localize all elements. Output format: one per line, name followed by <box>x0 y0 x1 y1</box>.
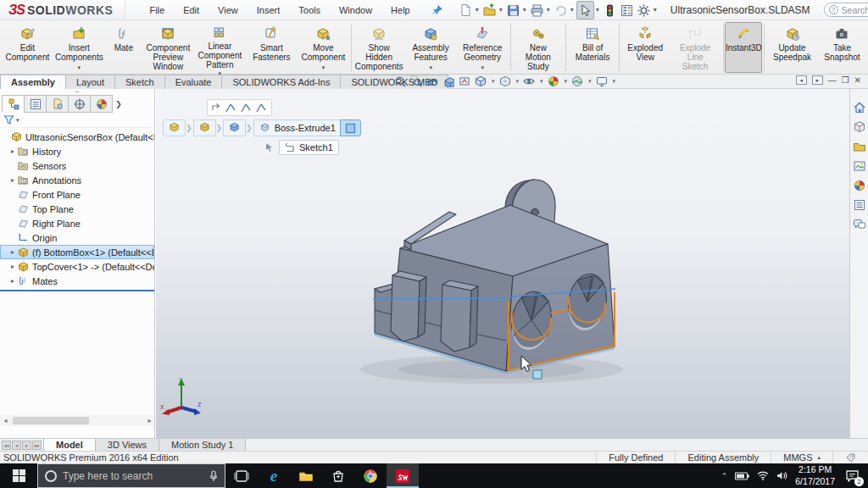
tree-item-mates[interactable]: ▸Mates <box>0 274 154 288</box>
view-orientation-icon[interactable] <box>475 75 487 87</box>
menu-view[interactable]: View <box>209 3 247 18</box>
volume-icon[interactable] <box>776 471 787 480</box>
ribbon-button-instant3d[interactable]: Instant3D <box>725 22 762 73</box>
design-library-icon[interactable] <box>852 120 866 134</box>
tree-item-right[interactable]: Right Plane <box>0 216 154 230</box>
tab-sketch[interactable]: Sketch <box>114 75 165 89</box>
tree-item-annotations[interactable]: ▸AAnnotations <box>0 173 154 187</box>
home-icon[interactable] <box>852 101 866 114</box>
doc-close-button[interactable]: ✕ <box>854 75 861 85</box>
save-icon-caret[interactable]: ▾ <box>523 6 526 14</box>
prev-tab-icon[interactable]: ◂ <box>12 441 21 450</box>
3d-model[interactable] <box>352 161 640 390</box>
scroll-right-icon[interactable]: ▸ <box>144 417 155 424</box>
select-tool-caret[interactable]: ▾ <box>596 6 599 14</box>
ribbon-button-reference-geometry[interactable]: Reference Geometry▾ <box>457 22 509 73</box>
breadcrumb-assembly-icon[interactable] <box>163 119 186 136</box>
zoom-to-fit-icon[interactable] <box>394 75 406 87</box>
ribbon-button-component-preview-window[interactable]: Component Preview Window <box>142 22 194 73</box>
forum-icon[interactable] <box>852 218 866 231</box>
panel-horizontal-scrollbar[interactable]: ◂ ▸ <box>0 415 155 426</box>
mate-angle-icon[interactable] <box>240 102 253 114</box>
panel-tab-configurationmanager[interactable] <box>46 95 69 113</box>
rebuild-icon[interactable] <box>602 2 618 19</box>
units-selector[interactable]: MMGS▴ <box>771 452 832 463</box>
dropdown-caret-icon[interactable]: ▾ <box>481 64 484 72</box>
dropdown-caret-icon[interactable]: ▾ <box>78 64 81 72</box>
windows-store-icon[interactable] <box>322 463 354 488</box>
doc-minimize-button[interactable]: — <box>828 75 837 85</box>
sketch-handle[interactable] <box>533 370 542 379</box>
save-icon[interactable] <box>505 2 521 19</box>
solidworks-taskbar-icon[interactable] <box>387 463 419 488</box>
previous-view-icon[interactable] <box>426 75 438 87</box>
tree-item-topcover-1[interactable]: ▸TopCover<1> -> (Default<<Default <box>0 259 154 274</box>
undo-icon-caret[interactable]: ▾ <box>570 6 574 14</box>
wifi-icon[interactable] <box>757 471 769 480</box>
appearances-icon[interactable] <box>852 179 866 192</box>
panel-tab-propertymanager[interactable] <box>24 95 47 113</box>
ribbon-button-assembly-features[interactable]: Assembly Features▾ <box>405 22 457 73</box>
sketch-chip[interactable]: Sketch1 <box>279 140 339 155</box>
select-tool-icon[interactable] <box>576 1 594 19</box>
display-settings-icon[interactable] <box>619 2 635 19</box>
panel-tab-featuremanager[interactable] <box>2 95 25 113</box>
expander-icon[interactable]: ▸ <box>8 263 17 270</box>
taskbar-search-box[interactable]: Type here to search <box>37 463 225 488</box>
print-icon[interactable] <box>529 2 545 19</box>
pin-menu-icon[interactable] <box>431 3 444 17</box>
ribbon-button-new-motion-study[interactable]: New Motion Study <box>512 22 564 73</box>
undo-icon[interactable] <box>553 2 569 19</box>
tree-item-sensors[interactable]: Sensors <box>0 158 154 173</box>
hide-show-items-icon[interactable] <box>523 75 535 87</box>
battery-icon[interactable] <box>735 472 749 480</box>
print-icon-caret[interactable]: ▾ <box>547 6 550 14</box>
task-view-icon[interactable] <box>225 463 258 488</box>
tab-evaluate[interactable]: Evaluate <box>164 75 223 89</box>
first-tab-icon[interactable]: ◂◂ <box>2 441 11 450</box>
scroll-left-icon[interactable]: ◂ <box>0 417 11 424</box>
zoom-to-area-icon[interactable] <box>410 75 422 87</box>
tree-item-top[interactable]: Top Plane <box>0 202 154 216</box>
open-document-icon[interactable] <box>481 2 498 19</box>
action-center-icon[interactable]: 2 <box>843 468 861 485</box>
status-tag-icon[interactable] <box>832 452 868 463</box>
dropdown-caret-icon[interactable]: ▾ <box>322 64 326 72</box>
ribbon-button-take-snapshot[interactable]: Take Snapshot <box>818 22 866 73</box>
breadcrumb-feature[interactable]: Boss-Extrude1 <box>253 119 341 136</box>
ribbon-button-exploded-view[interactable]: Exploded View <box>621 22 670 73</box>
mate-angle-icon[interactable] <box>255 102 268 114</box>
options-caret[interactable]: ▾ <box>654 6 657 14</box>
menu-tools[interactable]: Tools <box>290 3 329 18</box>
tray-chevron-icon[interactable]: ⌃ <box>721 472 728 480</box>
rollback-bar[interactable] <box>0 290 154 291</box>
tab-solidworks-add-ins[interactable]: SOLIDWORKS Add-Ins <box>221 75 341 89</box>
menu-insert[interactable]: Insert <box>248 3 289 18</box>
ribbon-button-mate[interactable]: Mate <box>105 22 142 73</box>
tab-layout[interactable]: Layout <box>65 75 115 89</box>
expander-icon[interactable]: ▸ <box>8 147 17 155</box>
taskbar-clock[interactable]: 2:16 PM 6/17/2017 <box>795 464 835 486</box>
options-gear-icon[interactable] <box>636 2 652 19</box>
ribbon-button-insert-components[interactable]: Insert Components▾ <box>53 22 105 73</box>
new-document-icon[interactable] <box>458 2 474 19</box>
chrome-icon[interactable] <box>354 463 387 488</box>
view-settings-icon[interactable] <box>596 75 608 87</box>
next-tab-icon[interactable]: ▸ <box>22 441 31 450</box>
sheet-tab-motion-study-1[interactable]: Motion Study 1 <box>159 439 246 451</box>
help-search-box[interactable]: ? Search SOLIDWORKS Help ▾ <box>824 3 868 17</box>
ribbon-button-edit-component[interactable]: Edit Component <box>2 22 53 73</box>
3d-drawing-view-icon[interactable] <box>459 75 470 87</box>
tree-item-origin[interactable]: Origin <box>0 230 154 245</box>
ribbon-button-bill-of-materials[interactable]: Bill of Materials <box>568 22 617 73</box>
file-explorer-taskbar-icon[interactable] <box>290 463 322 488</box>
mate-angle-icon[interactable] <box>225 102 237 114</box>
ribbon-button-smart-fasteners[interactable]: Smart Fasteners <box>246 22 298 73</box>
scrollbar-thumb[interactable] <box>13 417 89 424</box>
panel-tab-dimxpertmanager[interactable] <box>68 95 91 113</box>
expander-icon[interactable]: ▸ <box>8 176 17 184</box>
panel-tab-displaymanager[interactable] <box>90 95 113 113</box>
custom-properties-icon[interactable] <box>852 198 866 212</box>
menu-window[interactable]: Window <box>331 3 381 18</box>
view-palette-icon[interactable] <box>852 159 866 173</box>
